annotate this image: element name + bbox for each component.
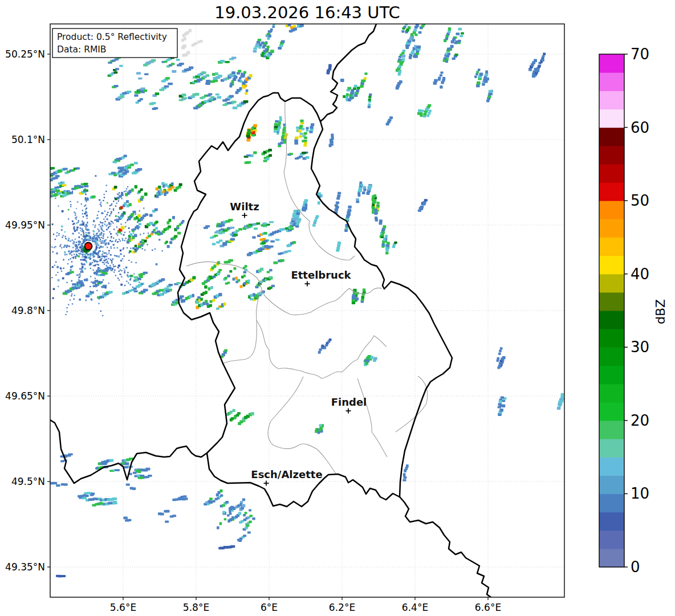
colorbar-tick-label: 0 [631, 558, 640, 576]
x-tick-label: 6.6°E [475, 602, 501, 613]
colorbar-axis-label: dBZ [653, 299, 668, 324]
colorbar-segment [599, 274, 624, 293]
colorbar-tick-label: 50 [631, 192, 649, 209]
annotation-product: Product: 0.5° Reflectivity [57, 32, 167, 42]
colorbar-segment [599, 311, 624, 329]
y-tick-label: 49.95°N [5, 219, 45, 231]
x-tick-label: 6.2°E [329, 602, 355, 613]
y-tick-label: 49.35°N [5, 561, 45, 573]
colorbar-tick-label: 10 [631, 485, 649, 502]
colorbar-segment [599, 402, 624, 421]
colorbar-segment [599, 493, 624, 512]
colorbar-segment [599, 201, 624, 219]
map-content: WiltzEttelbruckFindelEsch/Alzette5.6°E5.… [5, 20, 649, 614]
radar-dot [85, 243, 92, 250]
colorbar-segment [599, 512, 624, 531]
colorbar-segment [599, 182, 624, 201]
annotation-source: Data: RMIB [57, 44, 107, 55]
colorbar-segment [599, 329, 624, 348]
radar-map: 19.03.2026 16:43 UTC WiltzEttelbruckFind… [0, 0, 675, 616]
colorbar-tick-label: 30 [631, 338, 649, 356]
x-tick-label: 6°E [261, 602, 278, 613]
colorbar-segment [599, 164, 624, 183]
city-label: Wiltz [230, 201, 259, 213]
radar-site [83, 243, 92, 253]
colorbar-segment [599, 91, 624, 109]
city-marker [305, 282, 310, 287]
colorbar-tick-label: 20 [631, 412, 649, 429]
city-marker [346, 409, 351, 414]
colorbar-segment [599, 146, 624, 165]
cities: WiltzEttelbruckFindelEsch/Alzette [230, 201, 367, 486]
colorbar-segment [599, 475, 624, 494]
city-label: Findel [331, 396, 367, 408]
national-borders [50, 24, 491, 597]
colorbar-segment [599, 128, 624, 146]
colorbar-segment [599, 365, 624, 384]
colorbar-segment [599, 54, 624, 73]
x-tick-label: 6.4°E [402, 602, 428, 613]
y-tick-label: 49.5°N [11, 476, 45, 487]
x-tick-label: 5.8°E [183, 602, 209, 613]
colorbar-tick-label: 60 [631, 119, 649, 136]
colorbar: 010203040506070 [599, 46, 649, 576]
city-marker [242, 213, 247, 218]
y-tick-label: 50.25°N [5, 48, 45, 60]
colorbar-segment [599, 439, 624, 458]
colorbar-segment [599, 549, 624, 568]
gridlines [50, 24, 564, 597]
echo-cells [46, 20, 564, 578]
y-tick-label: 49.65°N [5, 390, 45, 402]
plot-title: 19.03.2026 16:43 UTC [214, 3, 400, 22]
city-label: Ettelbruck [291, 269, 351, 281]
colorbar-segment [599, 292, 624, 311]
colorbar-segment [599, 531, 624, 549]
colorbar-segment [599, 109, 624, 128]
x-tick-label: 5.6°E [110, 602, 136, 613]
plot-frame [50, 24, 564, 597]
colorbar-segment [599, 256, 624, 275]
annotation-box: Product: 0.5° Reflectivity Data: RMIB [52, 28, 177, 58]
colorbar-segment [599, 384, 624, 403]
radar-figure: 19.03.2026 16:43 UTC WiltzEttelbruckFind… [0, 0, 675, 616]
axis-ticks [47, 54, 488, 600]
colorbar-segment [599, 421, 624, 439]
colorbar-tick-label: 40 [631, 266, 649, 283]
colorbar-segment [599, 347, 624, 366]
colorbar-segment [599, 72, 624, 91]
colorbar-tick-label: 70 [631, 46, 649, 63]
colorbar-segment [599, 457, 624, 476]
city-label: Esch/Alzette [251, 468, 322, 480]
city-marker [264, 481, 269, 486]
colorbar-segment [599, 219, 624, 238]
y-tick-label: 50.1°N [11, 134, 45, 145]
y-tick-label: 49.8°N [11, 305, 45, 316]
colorbar-segment [599, 237, 624, 256]
